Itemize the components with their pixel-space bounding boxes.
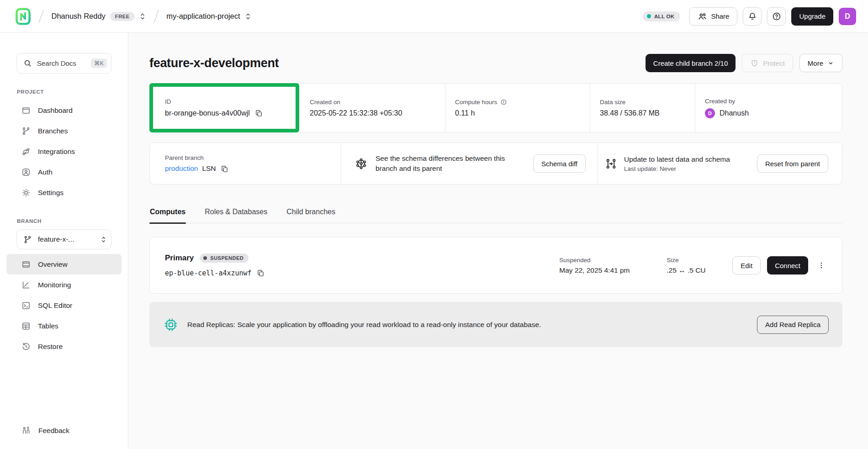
org-name: Dhanush Reddy [52,12,106,21]
people-icon [698,12,707,21]
branch-selector[interactable]: feature-x-... [16,229,111,249]
status-dot-icon [203,256,207,260]
feedback-button[interactable]: Feedback [21,426,69,435]
suspended-value: May 22, 2025 4:41 pm [559,266,667,275]
help-button[interactable] [767,7,786,26]
sidebar-item-overview[interactable]: Overview [6,254,122,275]
chevron-down-icon [827,60,834,67]
protect-button[interactable]: Protect [742,54,793,72]
read-replica-text: Read Replicas: Scale your application by… [187,321,541,329]
edit-button[interactable]: Edit [732,256,761,275]
chevron-sort-icon [101,236,106,243]
cpu-chip-icon [164,318,178,332]
schema-diff-section: See the schema differences between this … [341,143,598,184]
compute-menu-button[interactable] [814,256,829,275]
more-label: More [808,59,823,67]
connect-button[interactable]: Connect [767,256,808,275]
compute-identity: Primary SUSPENDED ep-blue-cell-a4xzunwf [165,254,265,277]
sidebar-item-label: Dashboard [38,106,73,115]
created-on-value: 2025-05-22 15:32:38 +05:30 [310,109,402,117]
sidebar-item-label: Branches [38,127,68,135]
tab-child-branches[interactable]: Child branches [286,208,336,223]
sidebar-item-label: Settings [38,189,64,197]
endpoint-id: ep-blue-cell-a4xzunwf [165,269,252,277]
bell-icon [748,12,757,21]
git-branch-icon [21,127,31,136]
branch-selector-value: feature-x-... [38,235,74,243]
size-label: Size [667,257,726,264]
created-by-value: Dhanush [720,109,749,117]
terminal-icon [21,301,31,310]
neon-logo-icon[interactable] [16,8,31,25]
breadcrumb-divider [38,10,44,23]
sidebar-item-settings[interactable]: Settings [6,182,122,203]
sidebar-item-branches[interactable]: Branches [6,121,122,141]
sidebar-item-dashboard[interactable]: Dashboard [6,100,122,121]
top-bar-right: ALL OK Share [643,7,856,26]
chart-icon [21,280,31,290]
lsn-label: LSN [202,164,216,173]
sidebar-item-label: Auth [38,168,53,176]
auth-user-icon [21,168,31,177]
schema-diff-button-label: Schema diff [541,160,577,168]
copy-icon[interactable] [256,269,265,277]
create-child-branch-button[interactable]: Create child branch 2/10 [646,54,736,72]
branch-id-cell: ID br-orange-bonus-a4v00wjl [150,84,299,132]
parent-branch-link[interactable]: production [165,164,198,173]
copy-icon[interactable] [220,164,229,173]
copy-icon[interactable] [254,109,263,117]
sidebar-item-monitoring[interactable]: Monitoring [6,275,122,295]
overview-icon [21,260,31,269]
branch-info-card: ID br-orange-bonus-a4v00wjl Created on 2… [149,83,842,132]
status-badge: SUSPENDED [200,254,249,263]
search-docs-input[interactable]: Search Docs ⌘K [16,53,111,74]
share-button[interactable]: Share [689,7,737,26]
protect-label: Protect [763,59,785,67]
sidebar-item-sql-editor[interactable]: SQL Editor [6,295,122,316]
creator-avatar: D [705,108,715,118]
status-badge-label: SUSPENDED [210,255,243,261]
parent-branch-cell: Parent branch production LSN [150,143,341,184]
status-dot-icon [647,14,651,18]
sidebar-item-tables[interactable]: Tables [6,316,122,336]
add-read-replica-button[interactable]: Add Read Replica [757,316,829,334]
sidebar-item-label: Integrations [38,148,75,156]
schema-diff-button[interactable]: Schema diff [533,154,586,173]
notifications-button[interactable] [743,7,762,26]
connect-label: Connect [775,262,800,269]
compute-hours-cell: Compute hours 0.11 h [445,84,590,132]
data-size-value: 38.48 / 536.87 MB [600,109,660,117]
history-clock-icon [21,342,31,351]
integrations-icon [21,147,31,156]
tab-computes[interactable]: Computes [149,208,186,223]
created-on-cell: Created on 2025-05-22 15:32:38 +05:30 [299,84,445,132]
sidebar-item-auth[interactable]: Auth [6,162,122,182]
avatar-initial: D [845,12,850,21]
parent-branch-card: Parent branch production LSN [149,143,842,185]
sidebar: Search Docs ⌘K PROJECT Dashboard [0,33,128,449]
more-button[interactable]: More [799,54,842,72]
tab-roles-databases[interactable]: Roles & Databases [204,208,268,223]
upgrade-button[interactable]: Upgrade [791,7,833,26]
table-icon [21,322,31,331]
upgrade-label: Upgrade [799,12,826,20]
sidebar-item-label: SQL Editor [38,301,72,310]
info-icon[interactable] [500,99,507,106]
sidebar-item-label: Tables [38,322,58,330]
page-title: feature-x-development [149,56,279,70]
reset-from-parent-button[interactable]: Reset from parent [757,154,828,173]
chevron-sort-icon [139,12,146,21]
project-nav: Dashboard Branches [0,100,128,203]
project-switcher[interactable]: my-application-project [166,12,251,21]
status-badge[interactable]: ALL OK [643,11,680,21]
sidebar-item-integrations[interactable]: Integrations [6,141,122,162]
user-avatar[interactable]: D [839,8,856,25]
branch-section-label: BRANCH [17,218,128,224]
reset-from-parent-label: Reset from parent [765,160,820,168]
sidebar-item-restore[interactable]: Restore [6,336,122,357]
branch-nav: Overview Monitoring SQL Editor [0,254,128,357]
org-switcher[interactable]: Dhanush Reddy FREE [52,12,146,21]
search-docs-label: Search Docs [37,59,76,67]
sidebar-item-label: Restore [38,343,63,351]
read-replica-banner: Read Replicas: Scale your application by… [149,302,842,347]
